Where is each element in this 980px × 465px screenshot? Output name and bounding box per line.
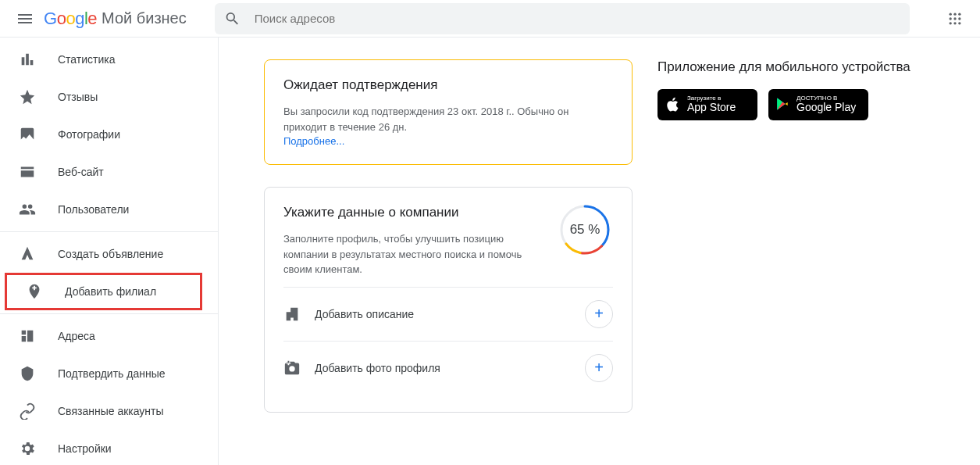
- sidebar-item-add-branch[interactable]: Добавить филиал: [5, 273, 202, 310]
- apps-menu-button[interactable]: [936, 0, 974, 38]
- app-header: Google Мой бизнес: [0, 0, 980, 38]
- card-body: Вы запросили код подтверждения 23 окт. 2…: [283, 104, 613, 134]
- add-location-icon: [26, 283, 43, 300]
- apps-grid-icon: [947, 11, 963, 27]
- sidebar-item-linked[interactable]: Связанные аккаунты: [0, 392, 218, 430]
- sidebar-item-label: Создать объявление: [58, 248, 163, 260]
- svg-point-7: [953, 22, 956, 24]
- action-add-photo[interactable]: Добавить фото профиля +: [283, 341, 613, 395]
- google-logo: Google: [44, 9, 97, 29]
- sidebar-item-label: Веб-сайт: [58, 166, 104, 178]
- svg-point-1: [953, 13, 956, 15]
- sidebar: Статистика Отзывы Фотографии Веб-сайт По…: [0, 38, 219, 465]
- link-icon: [19, 402, 36, 420]
- mobile-app-title: Приложение для мобильного устройства: [657, 59, 970, 75]
- card-title: Укажите данные о компании: [283, 205, 544, 220]
- sidebar-item-label: Отзывы: [58, 91, 98, 103]
- card-body: Заполните профиль, чтобы улучшить позици…: [283, 231, 544, 277]
- sidebar-item-label: Фотографии: [58, 128, 120, 141]
- svg-point-4: [953, 17, 956, 20]
- add-button[interactable]: +: [585, 300, 613, 328]
- sidebar-item-label: Подтвердить данные: [58, 367, 166, 380]
- sidebar-item-label: Пользователи: [58, 203, 129, 216]
- bar-chart-icon: [19, 51, 36, 68]
- website-icon: [19, 163, 36, 181]
- star-icon: [19, 88, 36, 106]
- camera-icon: [283, 359, 301, 377]
- appstore-badge[interactable]: Загрузите в App Store: [657, 89, 757, 120]
- shield-icon: [19, 365, 36, 382]
- menu-button[interactable]: [6, 0, 44, 38]
- svg-point-0: [950, 13, 952, 15]
- people-icon: [19, 201, 36, 218]
- action-add-description[interactable]: Добавить описание +: [283, 287, 613, 341]
- product-name: Мой бизнес: [102, 9, 187, 27]
- business-icon: [19, 327, 36, 345]
- gear-icon: [19, 440, 36, 457]
- verification-card: Ожидает подтверждения Вы запросили код п…: [264, 59, 633, 165]
- googleplay-bottom-text: Google Play: [796, 102, 856, 113]
- svg-point-8: [958, 22, 960, 24]
- sidebar-item-label: Связанные аккаунты: [58, 405, 164, 417]
- svg-point-5: [958, 17, 960, 20]
- hamburger-icon: [16, 9, 34, 28]
- sidebar-item-settings[interactable]: Настройки: [0, 430, 218, 465]
- progress-percent: 65 %: [557, 202, 613, 258]
- photo-icon: [19, 126, 36, 143]
- sidebar-item-label: Статистика: [58, 53, 116, 66]
- profile-card: Укажите данные о компании Заполните проф…: [264, 187, 633, 413]
- search-bar[interactable]: [215, 3, 910, 34]
- sidebar-item-label: Настройки: [58, 442, 112, 455]
- content-area: Ожидает подтверждения Вы запросили код п…: [219, 38, 980, 465]
- progress-ring: 65 %: [557, 202, 613, 258]
- add-button[interactable]: +: [585, 354, 613, 382]
- sidebar-item-stats[interactable]: Статистика: [0, 41, 218, 78]
- sidebar-item-users[interactable]: Пользователи: [0, 191, 218, 228]
- sidebar-item-website[interactable]: Веб-сайт: [0, 153, 218, 191]
- svg-point-3: [950, 17, 952, 20]
- divider: [0, 313, 218, 314]
- appstore-bottom-text: App Store: [687, 102, 736, 113]
- action-label: Добавить описание: [315, 308, 414, 320]
- sidebar-item-label: Добавить филиал: [65, 285, 156, 298]
- google-play-icon: [775, 96, 790, 112]
- googleplay-badge[interactable]: ДОСТУПНО В Google Play: [768, 89, 868, 120]
- sidebar-item-label: Адреса: [58, 330, 95, 342]
- divider: [0, 231, 218, 232]
- learn-more-link[interactable]: Подробнее...: [283, 135, 344, 147]
- card-title: Ожидает подтверждения: [283, 77, 613, 93]
- sidebar-item-photos[interactable]: Фотографии: [0, 116, 218, 153]
- sidebar-item-reviews[interactable]: Отзывы: [0, 78, 218, 116]
- ads-icon: [19, 245, 36, 263]
- action-label: Добавить фото профиля: [315, 362, 440, 374]
- sidebar-item-verify[interactable]: Подтвердить данные: [0, 355, 218, 392]
- sidebar-item-create-ad[interactable]: Создать объявление: [0, 235, 218, 273]
- search-input[interactable]: [255, 12, 900, 25]
- logo[interactable]: Google Мой бизнес: [44, 9, 187, 29]
- apple-icon: [664, 96, 681, 113]
- building-icon: [283, 306, 301, 323]
- svg-point-6: [950, 22, 952, 24]
- sidebar-item-addresses[interactable]: Адреса: [0, 317, 218, 355]
- svg-point-2: [958, 13, 960, 15]
- search-icon: [224, 10, 241, 27]
